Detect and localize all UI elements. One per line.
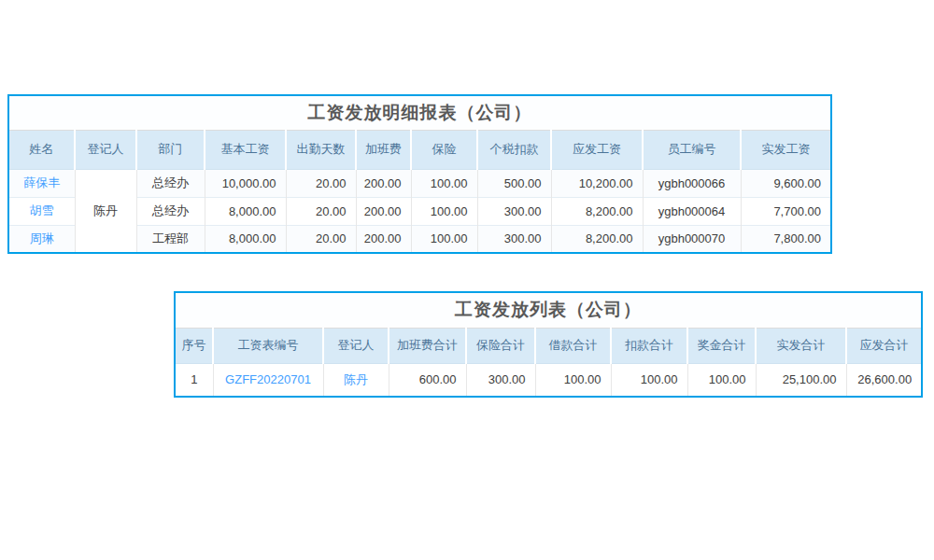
registrar-cell: 陈丹 — [75, 169, 136, 253]
department-cell: 总经办 — [136, 197, 205, 225]
insurance-total-cell: 300.00 — [466, 363, 535, 397]
employee-name-cell: 周琳 — [8, 225, 75, 253]
list-header-row: 序号 工资表编号 登记人 加班费合计 保险合计 借款合计 扣款合计 奖金合计 实… — [175, 328, 922, 363]
insurance-cell: 100.00 — [411, 169, 477, 197]
employee-name-link[interactable]: 胡雪 — [30, 203, 54, 217]
table-row: 薛保丰 陈丹 总经办 10,000.00 20.00 200.00 100.00… — [8, 169, 831, 197]
base-salary-cell: 10,000.00 — [205, 169, 286, 197]
overtime-pay-cell: 200.00 — [356, 169, 411, 197]
actual-salary-cell: 9,600.00 — [741, 169, 831, 197]
bonus-total-cell: 100.00 — [687, 363, 756, 397]
employee-name-cell: 薛保丰 — [8, 169, 75, 197]
employee-name-link[interactable]: 周琳 — [30, 231, 54, 245]
column-header-actual-total: 实发合计 — [756, 328, 846, 363]
base-salary-cell: 8,000.00 — [205, 225, 286, 253]
column-header-name: 姓名 — [8, 130, 75, 169]
employee-id-cell: ygbh000066 — [643, 169, 741, 197]
loan-total-cell: 100.00 — [535, 363, 611, 397]
tax-deduction-cell: 500.00 — [477, 169, 551, 197]
deduction-total-cell: 100.00 — [611, 363, 687, 397]
registrar-cell: 陈丹 — [323, 363, 389, 397]
column-header-bonus-total: 奖金合计 — [687, 328, 756, 363]
employee-name-link[interactable]: 薛保丰 — [23, 175, 60, 189]
column-header-insurance: 保险 — [411, 130, 477, 169]
insurance-cell: 100.00 — [411, 197, 477, 225]
column-header-payable-total: 应发合计 — [846, 328, 922, 363]
column-header-tax-deduction: 个税扣款 — [477, 130, 551, 169]
actual-salary-cell: 7,700.00 — [741, 197, 831, 225]
overtime-pay-cell: 200.00 — [356, 197, 411, 225]
column-header-registrar: 登记人 — [323, 328, 389, 363]
salary-sheet-link[interactable]: GZFF20220701 — [225, 372, 311, 386]
salary-detail-table: 工资发放明细报表（公司） 姓名 登记人 部门 基本工资 出勤天数 加班费 保险 … — [7, 94, 832, 254]
column-header-deduction-total: 扣款合计 — [611, 328, 687, 363]
actual-total-cell: 25,100.00 — [756, 363, 846, 397]
sheet-no-cell: GZFF20220701 — [213, 363, 323, 397]
department-cell: 工程部 — [136, 225, 205, 253]
payable-salary-cell: 8,200.00 — [551, 225, 643, 253]
tax-deduction-cell: 300.00 — [477, 225, 551, 253]
seq-cell: 1 — [175, 363, 213, 397]
employee-id-cell: ygbh000064 — [643, 197, 741, 225]
column-header-payable-salary: 应发工资 — [551, 130, 643, 169]
registrar-link[interactable]: 陈丹 — [344, 372, 368, 386]
overtime-total-cell: 600.00 — [389, 363, 466, 397]
table-row: 1 GZFF20220701 陈丹 600.00 300.00 100.00 1… — [175, 363, 922, 397]
payable-total-cell: 26,600.00 — [846, 363, 922, 397]
detail-header-row: 姓名 登记人 部门 基本工资 出勤天数 加班费 保险 个税扣款 应发工资 员工编… — [8, 130, 831, 169]
column-header-overtime-total: 加班费合计 — [389, 328, 466, 363]
attendance-days-cell: 20.00 — [286, 197, 356, 225]
column-header-overtime-pay: 加班费 — [356, 130, 411, 169]
page: 工资发放明细报表（公司） 姓名 登记人 部门 基本工资 出勤天数 加班费 保险 … — [0, 0, 934, 560]
attendance-days-cell: 20.00 — [286, 225, 356, 253]
column-header-department: 部门 — [136, 130, 205, 169]
column-header-seq: 序号 — [175, 328, 213, 363]
list-table-title: 工资发放列表（公司） — [175, 292, 922, 328]
column-header-insurance-total: 保险合计 — [466, 328, 535, 363]
payable-salary-cell: 10,200.00 — [551, 169, 643, 197]
column-header-actual-salary: 实发工资 — [741, 130, 831, 169]
column-header-employee-id: 员工编号 — [643, 130, 741, 169]
column-header-sheet-no: 工资表编号 — [213, 328, 323, 363]
detail-table-title: 工资发放明细报表（公司） — [8, 95, 831, 130]
overtime-pay-cell: 200.00 — [356, 225, 411, 253]
salary-list-table: 工资发放列表（公司） 序号 工资表编号 登记人 加班费合计 保险合计 借款合计 … — [174, 291, 923, 398]
attendance-days-cell: 20.00 — [286, 169, 356, 197]
payable-salary-cell: 8,200.00 — [551, 197, 643, 225]
base-salary-cell: 8,000.00 — [205, 197, 286, 225]
employee-id-cell: ygbh000070 — [643, 225, 741, 253]
tax-deduction-cell: 300.00 — [477, 197, 551, 225]
column-header-attendance-days: 出勤天数 — [286, 130, 356, 169]
insurance-cell: 100.00 — [411, 225, 477, 253]
column-header-base-salary: 基本工资 — [205, 130, 286, 169]
actual-salary-cell: 7,800.00 — [741, 225, 831, 253]
employee-name-cell: 胡雪 — [8, 197, 75, 225]
department-cell: 总经办 — [136, 169, 205, 197]
column-header-registrar: 登记人 — [75, 130, 136, 169]
column-header-loan-total: 借款合计 — [535, 328, 611, 363]
